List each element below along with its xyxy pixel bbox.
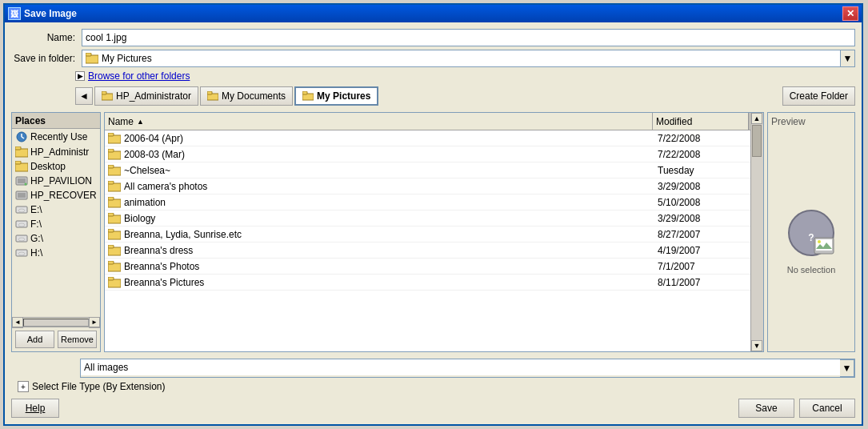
- file-cell-date: Tuesday: [654, 165, 750, 176]
- save-in-value: My Pictures: [98, 53, 851, 64]
- svg-text:?: ?: [808, 232, 814, 243]
- file-cell-name: Biology: [105, 213, 654, 224]
- h-drive-icon: [15, 247, 28, 259]
- file-cell-name: Breanna's Pictures: [105, 277, 654, 288]
- folder-icon: [108, 165, 121, 176]
- f-drive-label: F:\: [30, 219, 42, 230]
- places-buttons: Add Remove: [12, 327, 100, 351]
- file-cell-name: ~Chelsea~: [105, 165, 654, 176]
- file-row[interactable]: ~Chelsea~ Tuesday: [105, 162, 763, 178]
- bottom-area: All imagesJPEGPNGBMPGIF ▼ + Select File …: [11, 359, 855, 418]
- file-cell-name: Breanna's Photos: [105, 261, 654, 272]
- places-item-f-drive[interactable]: F:\: [12, 217, 100, 231]
- my-pictures-button[interactable]: My Pictures: [294, 86, 378, 106]
- file-row[interactable]: Breanna's dress 4/19/2007: [105, 243, 763, 259]
- create-folder-button[interactable]: Create Folder: [782, 86, 855, 106]
- places-item-h-drive[interactable]: H:\: [12, 246, 100, 260]
- filter-select[interactable]: All imagesJPEGPNGBMPGIF: [81, 359, 840, 375]
- folder-icon: [108, 213, 121, 224]
- file-type-expand-icon[interactable]: +: [18, 381, 29, 392]
- places-item-recently[interactable]: Recently Use: [12, 129, 100, 145]
- filter-row: All imagesJPEGPNGBMPGIF ▼: [80, 359, 855, 378]
- places-item-g-drive[interactable]: G:\: [12, 231, 100, 246]
- save-in-row: Save in folder: My Pictures ▼: [11, 50, 855, 67]
- save-in-label: Save in folder:: [11, 53, 75, 64]
- file-row[interactable]: animation 5/10/2008: [105, 194, 763, 210]
- name-row: Name:: [11, 29, 855, 46]
- folder-icon: [108, 245, 121, 256]
- sort-arrow: ▲: [137, 118, 144, 126]
- hp-administrator-button[interactable]: HP_Administrator: [94, 86, 198, 106]
- add-button[interactable]: Add: [15, 331, 54, 348]
- places-item-hp-pavilion[interactable]: HP_PAVILION: [12, 174, 100, 188]
- browse-label[interactable]: Browse for other folders: [88, 70, 190, 82]
- my-pics-label: My Pictures: [317, 90, 370, 102]
- svg-rect-43: [108, 245, 114, 248]
- folder-icon: [15, 146, 28, 158]
- places-item-hp-admin[interactable]: HP_Administr: [12, 145, 100, 159]
- file-cell-date: 3/29/2008: [654, 181, 750, 192]
- hp-pavilion-label: HP_PAVILION: [30, 175, 92, 186]
- recently-label: Recently Use: [30, 131, 87, 142]
- file-row[interactable]: Breanna, Lydia, Sunrise.etc 8/27/2007: [105, 227, 763, 243]
- action-buttons-row: Help Save Cancel: [11, 399, 855, 418]
- preview-title: Preview: [771, 116, 806, 127]
- file-cell-name: Breanna's dress: [105, 245, 654, 256]
- file-cell-date: 8/27/2007: [654, 229, 750, 240]
- back-button[interactable]: ◄: [75, 87, 93, 105]
- toolbar-row: ◄ HP_Administrator My Documents My Pictu…: [75, 86, 855, 106]
- svg-rect-47: [108, 277, 114, 280]
- svg-rect-12: [15, 146, 21, 150]
- hp-pavilion-icon: [15, 175, 28, 186]
- dialog-content: Name: Save in folder: My Pictures ▼ ▶ Br…: [5, 22, 862, 424]
- svg-point-17: [25, 183, 27, 186]
- places-header: Places: [12, 113, 100, 129]
- file-row[interactable]: 2008-03 (Mar) 7/22/2008: [105, 146, 763, 162]
- remove-button[interactable]: Remove: [58, 331, 97, 348]
- name-input[interactable]: [82, 29, 855, 46]
- file-row[interactable]: Breanna's Photos 7/1/2007: [105, 259, 763, 275]
- svg-rect-7: [302, 91, 307, 94]
- filter-select-wrapper: All imagesJPEGPNGBMPGIF ▼: [80, 359, 855, 378]
- svg-rect-31: [108, 149, 114, 152]
- select-file-type-row: + Select File Type (By Extension): [18, 381, 855, 392]
- places-item-desktop[interactable]: Desktop: [12, 159, 100, 174]
- files-v-scrollbar: ▲ ▼: [750, 113, 763, 351]
- file-row[interactable]: All camera's photos 3/29/2008: [105, 178, 763, 194]
- file-row[interactable]: 2006-04 (Apr) 7/22/2008: [105, 130, 763, 146]
- v-scroll-down-button[interactable]: ▼: [751, 340, 762, 351]
- save-button[interactable]: Save: [738, 399, 794, 418]
- file-cell-date: 3/29/2008: [654, 213, 750, 224]
- name-label: Name:: [11, 32, 75, 43]
- close-button[interactable]: ✕: [842, 6, 858, 21]
- places-item-hp-recovery[interactable]: HP_RECOVER: [12, 188, 100, 202]
- help-button[interactable]: Help: [11, 399, 59, 418]
- my-docs-label: My Documents: [222, 90, 286, 102]
- file-row[interactable]: Biology 3/29/2008: [105, 210, 763, 227]
- files-panel: Name ▲ Modified ◄ 2006-04 (Ap: [104, 112, 764, 352]
- browse-expand-icon[interactable]: ▶: [75, 71, 85, 81]
- col-name-header[interactable]: Name ▲: [105, 113, 653, 130]
- folder-icon: [302, 91, 314, 101]
- svg-rect-35: [108, 181, 114, 184]
- places-panel: Places Recently Use HP_Administr: [11, 112, 101, 352]
- svg-rect-1: [86, 53, 91, 56]
- v-scroll-thumb[interactable]: [752, 125, 762, 157]
- save-in-select[interactable]: My Pictures ▼: [82, 50, 855, 67]
- v-scroll-up-button[interactable]: ▲: [751, 113, 762, 124]
- file-cell-name: 2008-03 (Mar): [105, 149, 654, 160]
- folder-icon: [108, 229, 121, 240]
- file-row[interactable]: Breanna's Pictures 8/11/2007: [105, 275, 763, 291]
- folder-dropdown-button[interactable]: ▼: [840, 50, 854, 66]
- v-scroll-track: [751, 124, 763, 340]
- places-item-e-drive[interactable]: E:\: [12, 202, 100, 217]
- file-cell-name: 2006-04 (Apr): [105, 133, 654, 144]
- cancel-button[interactable]: Cancel: [799, 399, 855, 418]
- my-documents-button[interactable]: My Documents: [200, 86, 293, 106]
- folder-icon: [108, 197, 121, 208]
- filter-dropdown-button[interactable]: ▼: [840, 359, 854, 377]
- col-modified-header[interactable]: Modified: [653, 113, 749, 130]
- dialog-icon: 🖼: [8, 7, 21, 20]
- f-drive-icon: [15, 219, 28, 230]
- hp-recovery-label: HP_RECOVER: [30, 190, 97, 201]
